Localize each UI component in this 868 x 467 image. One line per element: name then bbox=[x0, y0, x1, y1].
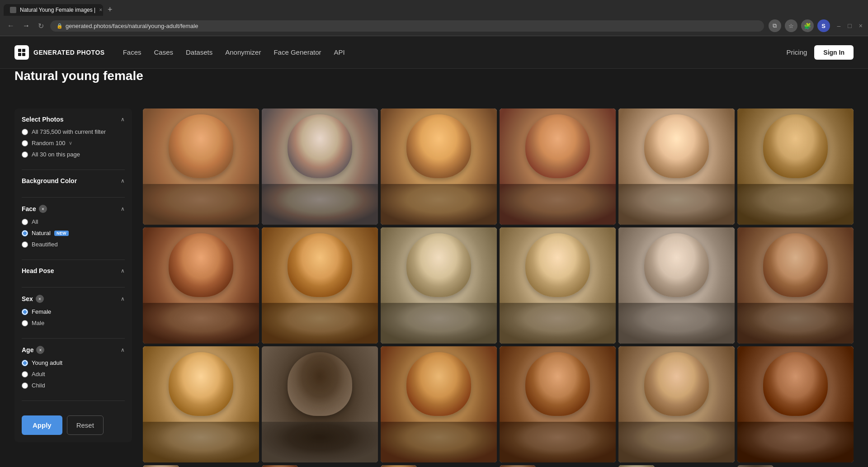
photo-cell-4[interactable] bbox=[500, 108, 616, 225]
portrait-3 bbox=[381, 108, 497, 225]
signin-button[interactable]: Sign In bbox=[814, 45, 854, 60]
select-all-radio[interactable] bbox=[22, 129, 28, 135]
photo-cell-9[interactable] bbox=[381, 227, 497, 344]
photo-cell-5[interactable] bbox=[618, 108, 735, 225]
puzzle-icon[interactable]: 🧩 bbox=[801, 19, 814, 32]
photo-cell-21[interactable] bbox=[381, 465, 417, 467]
logo-icon bbox=[14, 45, 29, 60]
tab-close-icon[interactable]: × bbox=[99, 7, 102, 13]
photo-cell-11[interactable] bbox=[618, 227, 735, 344]
minimize-button[interactable]: – bbox=[837, 22, 841, 29]
apply-button[interactable]: Apply bbox=[22, 415, 62, 435]
photo-cell-18[interactable] bbox=[737, 346, 854, 462]
portrait-5 bbox=[618, 108, 735, 225]
browser-tabs: Natural Young Female images | × + bbox=[0, 0, 868, 16]
extensions-icon[interactable]: ⧉ bbox=[769, 19, 781, 32]
star-icon[interactable]: ☆ bbox=[785, 19, 797, 32]
select-all-option[interactable]: All 735,500 with current filter bbox=[22, 128, 125, 135]
age-young-adult-radio[interactable] bbox=[22, 360, 28, 366]
background-color-title: Background Color bbox=[22, 177, 77, 184]
app-navbar: GENERATED PHOTOS Faces Cases Datasets An… bbox=[0, 36, 868, 69]
nav-cases[interactable]: Cases bbox=[154, 48, 173, 56]
photo-cell-10[interactable] bbox=[500, 227, 616, 344]
age-child-option[interactable]: Child bbox=[22, 382, 125, 389]
photo-cell-16[interactable] bbox=[500, 346, 616, 462]
sex-badge[interactable]: × bbox=[36, 295, 44, 303]
face-beautified-radio[interactable] bbox=[22, 241, 28, 248]
age-header[interactable]: Age × ∧ bbox=[22, 346, 125, 354]
photo-cell-12[interactable] bbox=[737, 227, 854, 344]
refresh-button[interactable]: ↻ bbox=[36, 20, 46, 32]
portrait-22 bbox=[500, 465, 536, 467]
portrait-13 bbox=[143, 346, 259, 462]
back-button[interactable]: ← bbox=[5, 20, 16, 32]
photo-cell-23[interactable] bbox=[618, 465, 655, 467]
age-young-adult-option[interactable]: Young adult bbox=[22, 359, 125, 366]
sex-header[interactable]: Sex × ∧ bbox=[22, 295, 125, 303]
user-avatar[interactable]: S bbox=[817, 19, 830, 32]
url-text: generated.photos/faces/natural/young-adu… bbox=[66, 23, 198, 29]
sex-male-option[interactable]: Male bbox=[22, 320, 125, 326]
face-section: Face × ∧ All Natural NEW Beautified bbox=[22, 205, 125, 260]
photo-cell-17[interactable] bbox=[618, 346, 735, 462]
forward-button[interactable]: → bbox=[21, 20, 32, 32]
pricing-link[interactable]: Pricing bbox=[786, 48, 807, 56]
photo-cell-6[interactable] bbox=[737, 108, 854, 225]
select-page-option[interactable]: All 30 on this page bbox=[22, 151, 125, 158]
app-logo: GENERATED PHOTOS bbox=[14, 45, 105, 60]
photo-grid-wrapper bbox=[143, 108, 854, 467]
main-content: Select Photos ∧ All 735,500 with current… bbox=[0, 94, 868, 467]
photo-cell-1[interactable] bbox=[143, 108, 259, 225]
photo-cell-7[interactable] bbox=[143, 227, 259, 344]
new-tab-button[interactable]: + bbox=[105, 5, 115, 14]
select-random-radio[interactable] bbox=[22, 140, 28, 146]
photo-cell-13[interactable] bbox=[143, 346, 259, 462]
age-badge[interactable]: × bbox=[36, 346, 44, 354]
photo-cell-20[interactable] bbox=[262, 465, 298, 467]
age-adult-option[interactable]: Adult bbox=[22, 371, 125, 377]
nav-anonymizer[interactable]: Anonymizer bbox=[225, 48, 261, 56]
sex-female-option[interactable]: Female bbox=[22, 308, 125, 315]
face-natural-radio[interactable] bbox=[22, 230, 28, 236]
window-close-button[interactable]: × bbox=[859, 22, 863, 29]
head-pose-header[interactable]: Head Pose ∧ bbox=[22, 267, 125, 274]
select-photos-header[interactable]: Select Photos ∧ bbox=[22, 116, 125, 123]
photo-cell-15[interactable] bbox=[381, 346, 497, 462]
nav-face-generator[interactable]: Face Generator bbox=[274, 48, 321, 56]
sex-male-radio[interactable] bbox=[22, 320, 28, 326]
photo-cell-2[interactable] bbox=[262, 108, 378, 225]
face-all-option[interactable]: All bbox=[22, 218, 125, 225]
face-header[interactable]: Face × ∧ bbox=[22, 205, 125, 213]
photo-cell-19[interactable] bbox=[143, 465, 179, 467]
active-tab[interactable]: Natural Young Female images | × bbox=[4, 4, 103, 16]
reset-button[interactable]: Reset bbox=[67, 415, 104, 435]
age-adult-radio[interactable] bbox=[22, 371, 28, 377]
sex-female-radio[interactable] bbox=[22, 309, 28, 315]
photo-cell-3[interactable] bbox=[381, 108, 497, 225]
select-random-option[interactable]: Random 100 ∨ bbox=[22, 140, 125, 146]
age-adult-label: Adult bbox=[32, 371, 45, 377]
nav-api[interactable]: API bbox=[334, 48, 344, 56]
address-bar[interactable]: 🔒 generated.photos/faces/natural/young-a… bbox=[50, 20, 764, 32]
face-badge[interactable]: × bbox=[39, 205, 47, 213]
face-natural-option[interactable]: Natural NEW bbox=[22, 230, 125, 236]
head-pose-chevron: ∧ bbox=[121, 268, 125, 274]
head-pose-title: Head Pose bbox=[22, 267, 54, 274]
age-child-label: Child bbox=[32, 382, 45, 389]
face-all-radio[interactable] bbox=[22, 219, 28, 225]
nav-faces[interactable]: Faces bbox=[123, 48, 142, 56]
maximize-button[interactable]: □ bbox=[848, 22, 851, 29]
portrait-21 bbox=[381, 465, 417, 467]
photo-cell-24[interactable] bbox=[737, 465, 774, 467]
background-color-header[interactable]: Background Color ∧ bbox=[22, 177, 125, 184]
photo-cell-22[interactable] bbox=[500, 465, 536, 467]
age-child-radio[interactable] bbox=[22, 382, 28, 389]
portrait-4 bbox=[500, 108, 616, 225]
face-beautified-option[interactable]: Beautified bbox=[22, 241, 125, 248]
photo-cell-14[interactable] bbox=[262, 346, 378, 462]
portrait-8 bbox=[262, 227, 378, 344]
portrait-11 bbox=[618, 227, 735, 344]
select-page-radio[interactable] bbox=[22, 151, 28, 158]
photo-cell-8[interactable] bbox=[262, 227, 378, 344]
nav-datasets[interactable]: Datasets bbox=[186, 48, 212, 56]
